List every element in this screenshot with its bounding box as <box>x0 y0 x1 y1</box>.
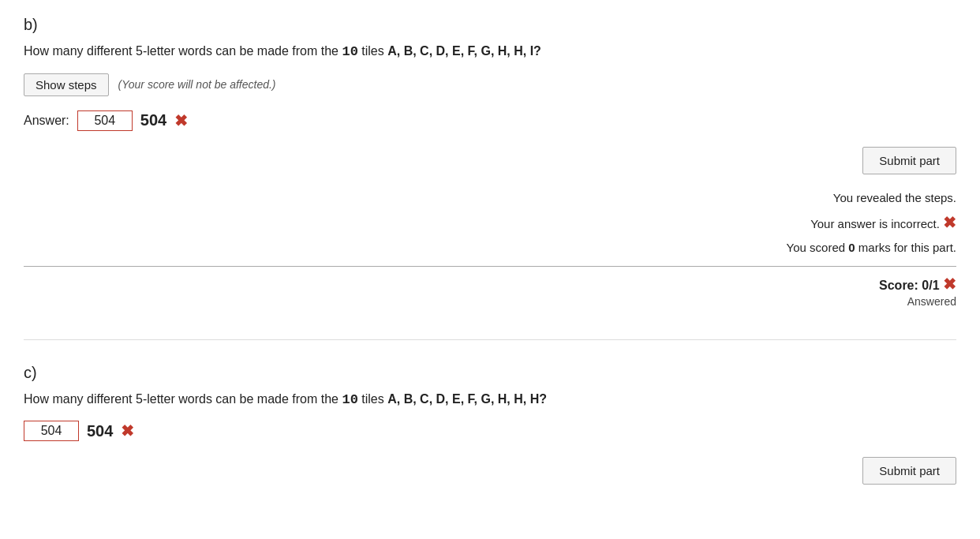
answer-c-incorrect-icon: ✖ <box>121 421 134 440</box>
question-b-tiles: A, B, C, D, E, F, G, H, H, I? <box>387 44 541 58</box>
feedback-b-block: You revealed the steps. Your answer is i… <box>24 187 956 308</box>
answer-b-row: Answer: 504 ✖ <box>24 110 956 131</box>
incorrect-icon: ✖ <box>943 208 956 237</box>
question-b-suffix: tiles <box>358 44 387 58</box>
question-c-suffix: tiles <box>358 392 387 406</box>
question-b-prefix: How many different 5-letter words can be… <box>24 44 342 58</box>
answer-c-input[interactable] <box>24 421 79 441</box>
question-c-text: How many different 5-letter words can be… <box>24 390 956 410</box>
submit-b-row: Submit part <box>24 147 956 174</box>
feedback-b-answered: Answered <box>24 295 956 308</box>
show-steps-row: Show steps (Your score will not be affec… <box>24 73 956 96</box>
section-divider <box>24 339 956 340</box>
feedback-b-incorrect: Your answer is incorrect. ✖ <box>24 208 956 237</box>
question-b-text: How many different 5-letter words can be… <box>24 42 956 62</box>
feedback-b-scored: You scored 0 marks for this part. <box>24 237 956 258</box>
answer-b-input[interactable] <box>77 110 133 131</box>
question-b-tile-count: 10 <box>342 44 357 59</box>
section-c: c) How many different 5-letter words can… <box>24 364 956 485</box>
section-b: b) How many different 5-letter words can… <box>24 16 956 308</box>
question-c-prefix: How many different 5-letter words can be… <box>24 392 342 406</box>
answer-b-incorrect-icon: ✖ <box>174 111 188 130</box>
submit-c-row: Submit part <box>24 457 956 485</box>
submit-c-button[interactable]: Submit part <box>862 457 956 485</box>
part-b-label: b) <box>24 16 956 34</box>
feedback-b-revealed: You revealed the steps. <box>24 187 956 208</box>
answer-b-label: Answer: <box>24 114 69 128</box>
submit-b-button[interactable]: Submit part <box>862 147 956 174</box>
score-incorrect-icon: ✖ <box>943 275 956 293</box>
part-c-label: c) <box>24 364 956 382</box>
show-steps-button[interactable]: Show steps <box>24 73 109 96</box>
answer-c-shown: 504 <box>87 422 113 440</box>
score-note: (Your score will not be affected.) <box>118 78 276 91</box>
question-c-tiles: A, B, C, D, E, F, G, H, H, H? <box>387 392 547 406</box>
answer-b-shown: 504 <box>140 111 166 129</box>
question-c-tile-count: 10 <box>342 392 357 407</box>
feedback-b-score-line: Score: 0/1 ✖ <box>24 266 956 294</box>
answer-c-row: 504 ✖ <box>24 421 956 441</box>
